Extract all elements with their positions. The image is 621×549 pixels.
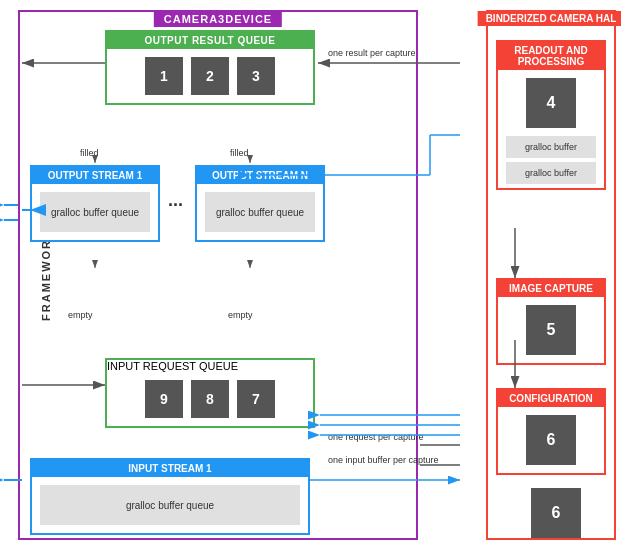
output-stream1: OUTPUT STREAM 1 gralloc buffer queue [30,165,160,242]
label-filled-left: filled [80,148,99,158]
diagram-container: FRAMEWORK CAMERA3DEVICE BINDERIZED CAMER… [0,0,621,549]
camera3device-title: CAMERA3DEVICE [154,11,282,27]
queue-item-8: 8 [191,380,229,418]
label-one-request: one request per capture [328,432,424,442]
image-capture-title: IMAGE CAPTURE [498,280,604,297]
queue-item-1: 1 [145,57,183,95]
label-empty-right: empty [228,310,253,320]
output-streamN-title: OUTPUT STREAM N [197,167,323,184]
output-stream1-title: OUTPUT STREAM 1 [32,167,158,184]
readout-box: READOUT AND PROCESSING 4 gralloc buffer … [496,40,606,190]
queue-item-2: 2 [191,57,229,95]
readout-item: 4 [526,78,576,128]
queue-item-9: 9 [145,380,183,418]
input-request-queue-title: INPUT REQUEST QUEUE [107,360,313,372]
queue-item-3: 3 [237,57,275,95]
label-filled-right: filled [230,148,249,158]
config-title: CONFIGURATION [498,390,604,407]
item-6: 6 [531,488,581,538]
config-item: 6 [526,415,576,465]
gralloc-label-1: gralloc buffer [506,136,596,158]
config-box: CONFIGURATION 6 [496,388,606,475]
readout-title: READOUT AND PROCESSING [498,42,604,70]
output-stream1-body: gralloc buffer queue [40,192,150,232]
output-result-queue-title: OUTPUT RESULT QUEUE [107,32,313,49]
queue-item-7: 7 [237,380,275,418]
output-streamN-body: gralloc buffer queue [205,192,315,232]
label-empty-left: empty [68,310,93,320]
image-capture-box: IMAGE CAPTURE 5 [496,278,606,365]
output-streamN: OUTPUT STREAM N gralloc buffer queue [195,165,325,242]
input-request-queue-items: 9 8 7 [107,372,313,426]
label-one-input: one input buffer per capture [328,455,438,465]
stream-dots: ··· [168,195,183,216]
output-result-queue-items: 1 2 3 [107,49,313,103]
input-stream1: INPUT STREAM 1 gralloc buffer queue [30,458,310,535]
input-stream1-title: INPUT STREAM 1 [32,460,308,477]
output-result-queue: OUTPUT RESULT QUEUE 1 2 3 [105,30,315,105]
binderized-title: BINDERIZED CAMERA HAL [478,11,621,26]
input-stream1-body: gralloc buffer queue [40,485,300,525]
label-one-result: one result per capture [328,48,416,58]
gralloc-label-2: gralloc buffer [506,162,596,184]
input-request-queue: INPUT REQUEST QUEUE 9 8 7 [105,358,315,428]
image-capture-item: 5 [526,305,576,355]
